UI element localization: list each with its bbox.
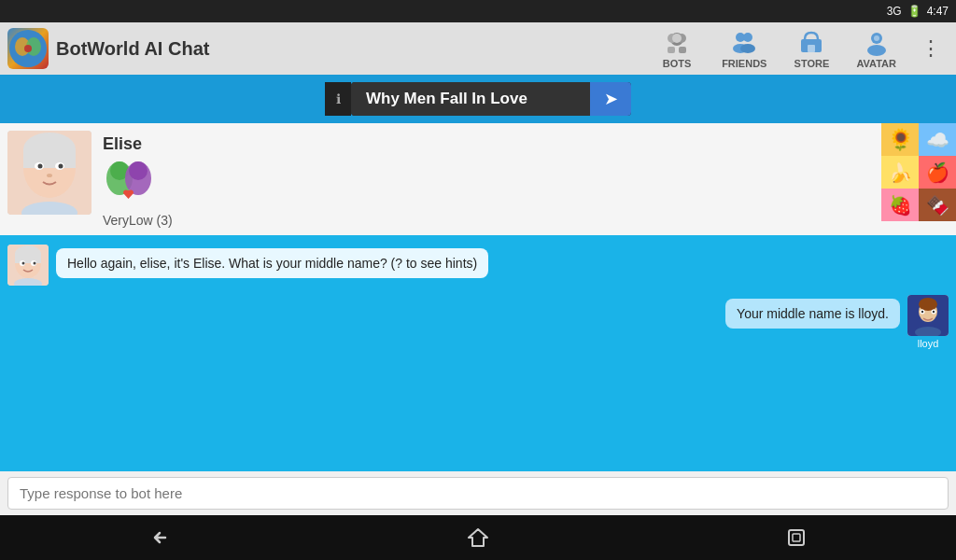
svg-point-47	[921, 311, 923, 313]
bot-message-text: Hello again, elise, it's Elise. What is …	[67, 256, 477, 271]
banner-info-button[interactable]: ℹ	[325, 82, 351, 116]
chat-scroll-area[interactable]: Hello again, elise, it's Elise. What is …	[0, 235, 956, 471]
svg-point-18	[874, 35, 879, 41]
bots-label: BOTS	[663, 58, 692, 69]
thumb-sunflower: 🌻	[881, 123, 919, 156]
svg-point-40	[34, 262, 36, 265]
home-button[interactable]	[456, 521, 500, 554]
chat-container: ℹ Why Men Fall In Love ➤	[0, 75, 956, 515]
svg-point-11	[743, 33, 752, 42]
avatar-label: AVATAR	[856, 58, 896, 69]
battery-icon: 🔋	[907, 5, 921, 18]
svg-rect-36	[15, 254, 41, 263]
friends-icon	[730, 28, 758, 56]
svg-point-26	[59, 164, 63, 169]
bot-avatar	[7, 131, 91, 215]
svg-point-3	[24, 45, 32, 52]
message-row-2: lloyd Your middle name is lloyd.	[7, 295, 949, 349]
input-bar	[0, 471, 956, 515]
bots-icon	[663, 28, 691, 56]
svg-point-44	[919, 298, 937, 311]
back-icon	[147, 525, 173, 551]
svg-point-32	[129, 161, 148, 180]
bot-info: Elise VeryLow (3)	[103, 131, 949, 228]
more-options-button[interactable]: ⋮	[913, 29, 949, 68]
app-logo[interactable]: BotWorld AI Chat	[7, 28, 209, 69]
bottom-navigation	[0, 515, 956, 560]
svg-point-48	[933, 311, 935, 313]
app-title: BotWorld AI Chat	[56, 38, 209, 60]
banner-text: Why Men Fall In Love	[351, 82, 590, 116]
signal-indicator: 3G	[887, 5, 902, 18]
store-label: STORE	[794, 58, 830, 69]
avatar-nav-button[interactable]: AVATAR	[847, 24, 906, 73]
bot-rating: VeryLow (3)	[103, 213, 949, 228]
bot-message-avatar	[7, 245, 49, 286]
bot-icons	[103, 158, 949, 209]
thumb-chocolate: 🍫	[919, 189, 956, 221]
messages-list: Hello again, elise, it's Elise. What is …	[0, 235, 956, 358]
svg-point-27	[47, 174, 52, 177]
svg-point-13	[740, 44, 755, 53]
user-message-bubble: Your middle name is lloyd.	[725, 299, 900, 329]
thumb-apples: 🍎	[919, 156, 956, 189]
logo-image	[7, 28, 49, 69]
svg-rect-15	[808, 45, 815, 52]
home-icon	[465, 525, 491, 551]
user-avatar	[907, 295, 949, 336]
friends-nav-button[interactable]: FRIENDS	[712, 24, 776, 73]
thumb-sky: ☁️	[919, 123, 956, 156]
avatar-icon	[863, 28, 891, 56]
banner-arrow-button[interactable]: ➤	[590, 82, 631, 116]
bot-message-bubble: Hello again, elise, it's Elise. What is …	[56, 248, 488, 278]
bots-nav-button[interactable]: BOTS	[649, 24, 705, 73]
svg-rect-50	[789, 530, 804, 545]
svg-point-17	[867, 45, 886, 56]
info-icon: ℹ	[336, 91, 341, 106]
svg-rect-9	[679, 47, 686, 53]
recents-button[interactable]	[774, 521, 819, 554]
svg-point-39	[22, 262, 25, 265]
bot-name: Elise	[103, 134, 949, 154]
svg-rect-8	[668, 47, 675, 53]
recents-icon	[783, 525, 809, 551]
store-nav-button[interactable]: STORE	[783, 24, 839, 73]
store-icon	[797, 28, 825, 56]
user-avatar-container: lloyd	[907, 295, 949, 349]
svg-point-7	[672, 34, 682, 43]
svg-rect-51	[793, 534, 800, 541]
message-row-1: Hello again, elise, it's Elise. What is …	[7, 245, 949, 286]
bot-profile: Elise VeryLow (3)	[0, 123, 956, 235]
back-button[interactable]	[137, 521, 182, 554]
thumb-strawberry: 🍓	[881, 189, 919, 221]
status-bar: 3G 🔋 4:47	[0, 0, 956, 22]
message-input[interactable]	[7, 477, 949, 510]
thumb-bananas: 🍌	[881, 156, 919, 189]
bot-thumbnails: 🌻 ☁️ 🍌 🍎 🍓 🍫	[881, 123, 956, 221]
banner-inner: Why Men Fall In Love ➤	[351, 82, 631, 116]
friends-label: FRIENDS	[722, 58, 766, 69]
banner: ℹ Why Men Fall In Love ➤	[0, 75, 956, 123]
user-label: lloyd	[918, 338, 939, 349]
arrow-right-icon: ➤	[604, 89, 618, 109]
svg-rect-22	[23, 149, 76, 168]
top-navigation: BotWorld AI Chat BOTS	[0, 22, 956, 75]
clock: 4:47	[927, 5, 949, 18]
svg-point-25	[38, 164, 43, 169]
user-message-text: Your middle name is lloyd.	[737, 306, 889, 321]
